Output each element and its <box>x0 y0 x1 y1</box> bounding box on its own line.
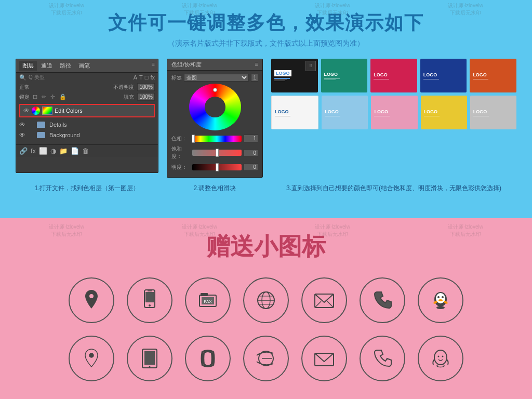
svg-line-15 <box>327 301 334 308</box>
layer-visibility-icon[interactable]: 👁 <box>23 107 30 114</box>
ie-icon <box>254 346 278 371</box>
bright-label: 明度： <box>171 164 190 171</box>
card-logo-9: LOGO <box>424 109 440 114</box>
phone2-icon <box>370 346 395 371</box>
svg-point-23 <box>436 306 445 309</box>
sat-slider-handle[interactable] <box>216 149 219 157</box>
sat-value[interactable]: 0 <box>244 149 258 157</box>
bright-slider-handle[interactable] <box>216 163 219 171</box>
details-folder-icon <box>37 122 45 128</box>
color-wheel[interactable] <box>189 84 241 130</box>
svg-rect-26 <box>144 351 155 365</box>
details-layer[interactable]: 👁 Details <box>16 119 158 130</box>
layer-thumbnail <box>42 107 52 115</box>
adjust-preset-select[interactable]: 全圆 <box>184 74 249 82</box>
svg-point-18 <box>437 296 440 298</box>
location2-icon <box>79 346 104 371</box>
card-orange-line-1 <box>473 79 488 79</box>
card-lightblue-content: LOGO <box>325 109 340 116</box>
svg-point-31 <box>434 350 447 365</box>
card-gray: LOGO <box>470 96 516 129</box>
ps-adjustment-icon[interactable]: ◑ <box>50 147 56 155</box>
edit-colors-layer[interactable]: 👁 Edit Colors <box>19 104 155 117</box>
card-white: LOGO <box>271 96 318 129</box>
ps-new-layer-icon[interactable]: 📄 <box>71 147 79 155</box>
bright-slider-track[interactable] <box>192 164 242 170</box>
card-pink-line-1 <box>374 79 389 79</box>
card-logo-7: LOGO <box>325 109 340 114</box>
adjust-row: 标签 全圆 1 <box>171 74 258 82</box>
hue-value[interactable]: 1 <box>244 135 258 142</box>
card-teal: LOGO <box>321 59 368 92</box>
ps-panel-menu[interactable]: ≡ <box>152 61 155 71</box>
sat-bar-row: 饱和度： 0 <box>171 145 258 160</box>
ps-opacity-label: 不透明度 <box>113 84 134 91</box>
mobile-icon-circle <box>127 277 172 323</box>
color-wheel-handle[interactable] <box>213 88 217 92</box>
ps-move-icon[interactable]: ✛ <box>50 94 55 100</box>
svg-point-19 <box>442 296 444 298</box>
ps-search-icon: 🔍 <box>19 74 26 81</box>
svg-line-14 <box>315 301 321 308</box>
card-logo-3: LOGO <box>374 72 389 77</box>
phone-handset-icon-circle <box>185 336 231 381</box>
step2-label: 2.调整色相滑块 <box>167 184 263 193</box>
card-dark-content: LOGO <box>274 70 291 81</box>
hue-circle-icon <box>32 107 40 115</box>
background-layer[interactable]: 👁 Background <box>16 130 158 140</box>
sat-label: 饱和度： <box>171 145 190 160</box>
card-blue: LOGO <box>420 59 467 92</box>
telephone-icon <box>370 288 395 313</box>
telephone-icon-circle <box>360 277 405 323</box>
svg-point-24 <box>89 353 94 357</box>
ps-pen-icon[interactable]: ✏ <box>42 94 46 100</box>
ps-tab-layers[interactable]: 图层 <box>19 61 37 71</box>
qq-icon-circle <box>418 277 463 323</box>
card-lightpink: LOGO <box>371 96 417 129</box>
details-visibility-icon[interactable]: 👁 <box>19 121 25 128</box>
bg-visibility-icon[interactable]: 👁 <box>19 131 25 139</box>
icons-row-2 <box>16 336 516 381</box>
ps-tab-channels[interactable]: 通道 <box>38 61 56 71</box>
color-panel-menu-icon[interactable]: ≡ <box>255 61 258 69</box>
ps-tab-paths[interactable]: 路径 <box>57 61 74 71</box>
ps-search-label[interactable]: Q 类型 <box>29 74 131 81</box>
card-previews: LOGO ⠿ LOGO <box>271 59 516 132</box>
card-pink: LOGO <box>370 59 417 92</box>
fax-icon: FAX <box>195 288 220 313</box>
ps-search-row: 🔍 Q 类型 A T □ fx <box>16 73 158 82</box>
ps-opacity-value[interactable]: 100% <box>137 83 155 91</box>
hue-label: 色相： <box>171 135 190 142</box>
color-panel-header: 色组/协和度 ≡ <box>167 59 262 71</box>
hue-bar-row: 色相： 1 <box>171 135 258 142</box>
location2-icon-circle <box>69 336 114 381</box>
ps-add-style-icon[interactable]: fx <box>31 147 36 155</box>
ps-group-icon[interactable]: 📁 <box>59 147 68 155</box>
ps-layers-panel: 图层 通道 路径 画笔 ≡ 🔍 Q 类型 A T □ fx 正常 不透明度 10… <box>16 59 158 173</box>
phone-handset-icon <box>195 346 220 371</box>
ps-fill-value[interactable]: 100% <box>137 93 155 101</box>
svg-point-20 <box>438 299 443 301</box>
phone2-icon-circle <box>360 336 405 381</box>
ps-add-mask-icon[interactable]: ⬜ <box>39 147 47 155</box>
ps-tab-brush[interactable]: 画笔 <box>75 61 93 71</box>
ps-link-icon[interactable]: 🔗 <box>19 147 28 155</box>
main-title: 文件可一键调整多色，效果演示如下 <box>16 10 516 36</box>
ps-bottom-toolbar: 🔗 fx ⬜ ◑ 📁 📄 🗑 <box>16 144 158 157</box>
bright-value[interactable]: 0 <box>244 163 258 171</box>
ps-lock-icon[interactable]: ⊡ <box>33 94 37 100</box>
svg-rect-1 <box>145 292 154 302</box>
email2-icon-circle <box>301 336 347 381</box>
hue-slider-handle[interactable] <box>192 135 195 143</box>
tablet-icon <box>137 346 162 371</box>
ps-delete-icon[interactable]: 🗑 <box>82 147 89 155</box>
icons-row-1: FAX <box>16 277 516 323</box>
sat-slider-track[interactable] <box>192 150 242 156</box>
card-orange-content: LOGO <box>473 72 488 79</box>
ps-effect-icon: fx <box>150 74 155 81</box>
hue-slider-track[interactable] <box>192 136 242 142</box>
card-pink-content: LOGO <box>374 72 389 79</box>
card-lb-line-1 <box>325 116 340 116</box>
adjust-label: 标签 <box>171 74 182 82</box>
ps-lock2-icon[interactable]: 🔒 <box>59 94 66 100</box>
